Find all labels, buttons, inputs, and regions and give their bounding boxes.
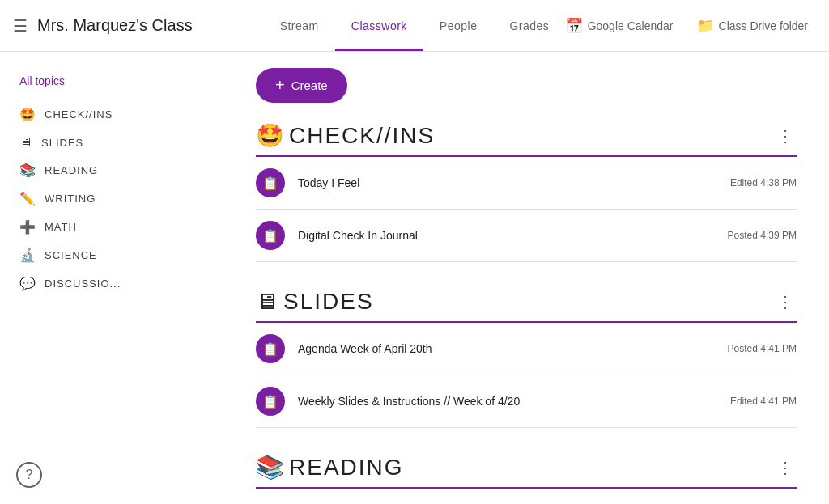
topic-slides-title: 🖥 SLIDES	[256, 288, 374, 315]
plus-icon: +	[275, 76, 285, 95]
sidebar-item-math[interactable]: ➕ MATH	[0, 213, 223, 241]
science-emoji: 🔬	[19, 248, 36, 263]
topic-checkins-header: 🤩 CHECK//INS ⋮	[256, 122, 797, 152]
topic-slides-header: 🖥 SLIDES ⋮	[256, 288, 797, 318]
create-button[interactable]: + Create	[256, 68, 347, 103]
reading-topic-emoji: 📚	[256, 454, 286, 481]
slides-emoji: 🖥	[19, 135, 33, 150]
sidebar-item-checkins[interactable]: 🤩 CHECK//INS	[0, 100, 223, 129]
sidebar-item-math-label: MATH	[45, 221, 77, 233]
topic-reading-title: 📚 READING	[256, 454, 404, 481]
sidebar-item-discussion[interactable]: 💬 DISCUSSIO...	[0, 269, 223, 298]
assignment-weekly-slides[interactable]: 📋 Weekly Slides & Instructions // Week o…	[256, 375, 797, 428]
assignment-digital-check-in[interactable]: 📋 Digital Check In Journal Posted 4:39 P…	[256, 210, 797, 262]
class-drive-folder-button[interactable]: 📁 Class Drive folder	[688, 12, 816, 40]
assignment-icon: 📋	[256, 387, 285, 416]
header-left: ☰ Mrs. Marquez's Class	[13, 16, 193, 36]
checkins-more-button[interactable]: ⋮	[774, 123, 797, 149]
assignment-left: 📋 Agenda Week of April 20th	[256, 334, 432, 363]
slides-topic-emoji: 🖥	[256, 288, 280, 315]
sidebar-item-slides-label: SLIDES	[41, 137, 83, 149]
slides-more-button[interactable]: ⋮	[774, 289, 797, 315]
topic-reading-header: 📚 READING ⋮	[256, 454, 797, 484]
reading-emoji: 📚	[19, 163, 36, 178]
writing-emoji: ✏️	[19, 191, 36, 206]
sidebar-item-writing-label: WRITING	[45, 193, 96, 205]
header-nav: Stream Classwork People Grades	[264, 0, 566, 51]
menu-icon[interactable]: ☰	[13, 16, 28, 36]
reading-divider	[256, 487, 797, 489]
assignment-left: 📋 Weekly Slides & Instructions // Week o…	[256, 387, 520, 416]
sidebar-item-reading[interactable]: 📚 READING	[0, 156, 223, 184]
google-calendar-label: Google Calendar	[588, 19, 674, 32]
assignment-today-i-feel[interactable]: 📋 Today I Feel Edited 4:38 PM	[256, 157, 797, 210]
folder-icon: 📁	[696, 17, 714, 35]
assignment-icon: 📋	[256, 221, 285, 250]
sidebar-item-science[interactable]: 🔬 SCIENCE	[0, 241, 223, 269]
header-actions: 📅 Google Calendar 📁 Class Drive folder	[557, 12, 816, 40]
assignment-left: 📋 Digital Check In Journal	[256, 221, 418, 250]
tab-stream[interactable]: Stream	[264, 0, 335, 51]
google-calendar-button[interactable]: 📅 Google Calendar	[557, 12, 682, 40]
checkins-topic-emoji: 🤩	[256, 122, 286, 149]
sidebar-item-checkins-label: CHECK//INS	[45, 108, 113, 121]
help-icon: ?	[26, 468, 33, 482]
sidebar-all-topics[interactable]: All topics	[0, 68, 223, 94]
calendar-icon: 📅	[565, 17, 583, 35]
help-button[interactable]: ?	[16, 462, 42, 488]
header: ☰ Mrs. Marquez's Class Stream Classwork …	[0, 0, 829, 52]
sidebar-item-slides[interactable]: 🖥 SLIDES	[0, 129, 223, 156]
main-content: + Create 🤩 CHECK//INS ⋮ 📋 Today I Feel	[223, 52, 829, 504]
tab-classwork[interactable]: Classwork	[335, 0, 423, 51]
topic-slides: 🖥 SLIDES ⋮ 📋 Agenda Week of April 20th P…	[256, 288, 797, 428]
discussion-emoji: 💬	[19, 276, 36, 291]
create-label: Create	[291, 78, 328, 92]
math-emoji: ➕	[19, 219, 36, 235]
assignment-agenda-week[interactable]: 📋 Agenda Week of April 20th Posted 4:41 …	[256, 323, 797, 375]
checkins-emoji: 🤩	[19, 107, 36, 122]
checkins-assignment-list: 📋 Today I Feel Edited 4:38 PM 📋 Digital …	[256, 157, 797, 262]
assignment-icon: 📋	[256, 334, 285, 363]
topic-checkins: 🤩 CHECK//INS ⋮ 📋 Today I Feel Edited 4:3…	[256, 122, 797, 262]
layout: All topics 🤩 CHECK//INS 🖥 SLIDES 📚 READI…	[0, 52, 829, 504]
sidebar-item-science-label: SCIENCE	[45, 249, 97, 261]
assignment-left: 📋 Today I Feel	[256, 168, 359, 197]
reading-more-button[interactable]: ⋮	[774, 455, 797, 481]
tab-grades[interactable]: Grades	[493, 0, 565, 51]
slides-assignment-list: 📋 Agenda Week of April 20th Posted 4:41 …	[256, 323, 797, 428]
topic-reading: 📚 READING ⋮	[256, 454, 797, 489]
sidebar-item-writing[interactable]: ✏️ WRITING	[0, 184, 223, 213]
app-title: Mrs. Marquez's Class	[37, 16, 193, 35]
class-drive-folder-label: Class Drive folder	[719, 19, 808, 32]
sidebar-item-reading-label: READING	[45, 164, 98, 176]
assignment-icon: 📋	[256, 168, 285, 197]
topic-checkins-title: 🤩 CHECK//INS	[256, 122, 435, 149]
sidebar-item-discussion-label: DISCUSSIO...	[45, 277, 121, 290]
tab-people[interactable]: People	[423, 0, 494, 51]
sidebar: All topics 🤩 CHECK//INS 🖥 SLIDES 📚 READI…	[0, 52, 223, 504]
